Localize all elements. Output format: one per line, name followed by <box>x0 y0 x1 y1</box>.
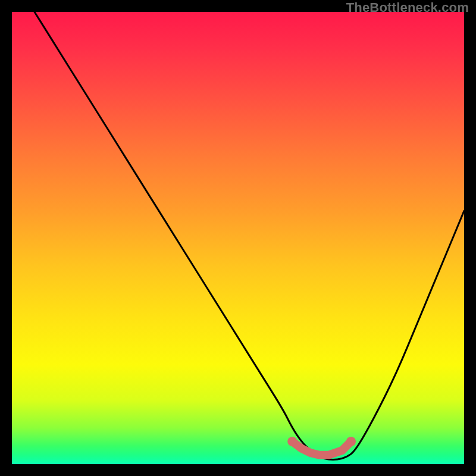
chart-frame: TheBottleneck.com <box>0 0 476 476</box>
bottleneck-dot <box>287 437 297 446</box>
curve-svg <box>12 12 464 464</box>
bottleneck-dots-group <box>287 437 356 455</box>
plot-area <box>12 12 464 464</box>
bottleneck-curve-path <box>35 12 464 459</box>
bottleneck-dots-path <box>292 441 351 455</box>
bottleneck-dot <box>346 437 356 446</box>
